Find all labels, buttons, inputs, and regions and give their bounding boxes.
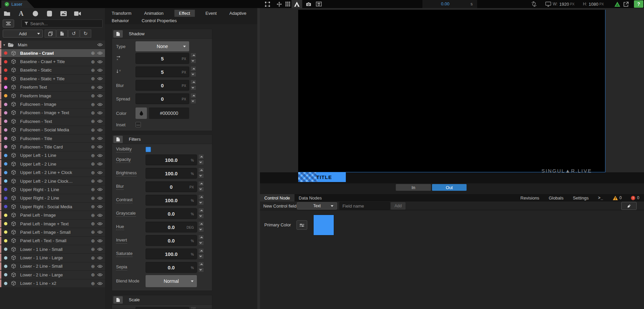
out-button[interactable]: Out — [432, 184, 467, 191]
tab-control-properties[interactable]: Control Properties — [140, 17, 179, 24]
camera-icon[interactable] — [305, 0, 313, 8]
layer-row[interactable]: Fullscreen - Text ⊕ — [0, 117, 105, 126]
add-instance-icon[interactable]: ⊕ — [91, 170, 95, 175]
field-type-dropdown[interactable]: Text — [297, 202, 337, 210]
value-spinner[interactable] — [191, 53, 196, 63]
spin-up-icon[interactable] — [198, 221, 204, 226]
add-instance-icon[interactable]: ⊕ — [91, 119, 95, 124]
spin-down-icon[interactable] — [191, 58, 196, 63]
layer-row[interactable]: Upper Left - 1 Line ⊕ — [0, 151, 105, 160]
value-spinner[interactable] — [198, 154, 204, 165]
spin-up-icon[interactable] — [198, 154, 204, 159]
visibility-eye-icon[interactable] — [97, 60, 103, 63]
spin-down-icon[interactable] — [198, 227, 204, 232]
visibility-eye-icon[interactable] — [97, 86, 103, 89]
number-input[interactable]: 0 PX — [136, 93, 189, 104]
copy-style-icon[interactable] — [113, 296, 123, 304]
lower-third-title-graphic[interactable]: TITLE — [298, 172, 346, 182]
number-input[interactable]: 100.0 % — [146, 195, 197, 206]
add-instance-icon[interactable]: ⊕ — [91, 161, 95, 167]
add-instance-icon[interactable]: ⊕ — [91, 93, 95, 98]
visibility-eye-icon[interactable] — [97, 171, 103, 174]
layer-row[interactable]: Baseline - Crawl ⊕ — [0, 49, 105, 57]
tab-adaptive[interactable]: Adaptive — [227, 10, 249, 17]
visibility-eye-icon[interactable] — [97, 282, 103, 285]
duplicate-button[interactable] — [45, 30, 56, 38]
layer-row[interactable]: Lower - 1 Line - Large ⊕ — [0, 254, 105, 262]
visibility-eye-icon[interactable] — [97, 145, 103, 148]
visibility-eye-icon[interactable] — [97, 239, 103, 242]
spin-down-icon[interactable] — [198, 267, 204, 272]
layer-row[interactable]: Fullscreen - Image + Text ⊕ — [0, 109, 105, 117]
redo-button[interactable]: ↻ — [80, 30, 91, 38]
number-input[interactable]: 0.0 DEG — [146, 222, 197, 232]
spin-up-icon[interactable] — [191, 80, 196, 85]
add-instance-icon[interactable]: ⊕ — [91, 204, 95, 209]
list-view-button[interactable] — [3, 19, 14, 28]
spin-up-icon[interactable] — [198, 235, 204, 240]
layer-row[interactable]: Fullscreen - Social Media ⊕ — [0, 126, 105, 134]
number-input[interactable]: 0.0 % — [146, 262, 197, 273]
image-tool-icon[interactable] — [56, 11, 70, 16]
layer-row[interactable]: Lower - 1 Line - Small ⊕ — [0, 245, 105, 254]
number-input[interactable]: 100.0 % — [146, 154, 197, 165]
value-spinner[interactable] — [198, 262, 204, 272]
layer-row[interactable]: Baseline - Crawl + Title ⊕ — [0, 57, 105, 66]
layer-row[interactable]: Fullscreen - Image ⊕ — [0, 100, 105, 108]
visibility-eye-icon[interactable] — [97, 205, 103, 208]
rectangle-tool-icon[interactable] — [42, 11, 56, 16]
add-instance-icon[interactable]: ⊕ — [91, 50, 95, 56]
add-instance-icon[interactable]: ⊕ — [91, 272, 95, 277]
value-spinner[interactable] — [198, 181, 204, 192]
spin-up-icon[interactable] — [191, 93, 196, 98]
add-instance-icon[interactable]: ⊕ — [91, 102, 95, 107]
number-input[interactable]: 5 PX — [136, 67, 189, 77]
tab-control-node[interactable]: Control Node — [260, 194, 294, 202]
open-external-icon[interactable] — [622, 0, 630, 8]
inset-checkbox[interactable]: — — [136, 122, 141, 127]
warnings-badge[interactable]: 0 — [613, 195, 622, 200]
add-instance-icon[interactable]: ⊕ — [91, 229, 95, 235]
rotate-canvas-icon[interactable] — [530, 0, 538, 8]
timer-input[interactable]: 0.00 s — [422, 0, 478, 8]
undo-button[interactable]: ↺ — [68, 30, 79, 38]
spin-up-icon[interactable] — [198, 168, 204, 173]
layer-row[interactable]: Upper Left - 2 Line Clock… ⊕ — [0, 177, 105, 185]
visibility-eye-icon[interactable] — [97, 214, 103, 217]
number-input[interactable]: 0.0 % — [146, 208, 197, 219]
spin-down-icon[interactable] — [198, 240, 204, 246]
primary-color-swatch[interactable] — [313, 215, 334, 235]
spin-down-icon[interactable] — [198, 200, 204, 205]
number-input[interactable]: 0 PX — [146, 181, 197, 192]
visibility-eye-icon[interactable] — [97, 77, 103, 80]
add-instance-icon[interactable]: ⊕ — [91, 68, 95, 73]
move-tool-icon[interactable] — [275, 0, 283, 8]
globals-link[interactable]: Globals — [549, 195, 564, 201]
value-spinner[interactable] — [198, 235, 204, 246]
spin-up-icon[interactable] — [191, 66, 196, 71]
add-instance-icon[interactable]: ⊕ — [91, 195, 95, 201]
visibility-eye-icon[interactable] — [97, 111, 103, 115]
layer-row[interactable]: Freeform Image ⊕ — [0, 92, 105, 100]
paste-button[interactable] — [56, 30, 68, 38]
spin-down-icon[interactable] — [198, 173, 204, 178]
layer-row[interactable]: Lower - 1 Line - x2 ⊕ — [0, 279, 105, 288]
layer-row[interactable]: Baseline - Static ⊕ — [0, 66, 105, 75]
project-tab[interactable]: ✓ Laser — [1, 0, 34, 8]
visibility-checkbox[interactable] — [146, 147, 151, 152]
spin-up-icon[interactable] — [191, 307, 196, 309]
visibility-eye-icon[interactable] — [97, 137, 103, 140]
layer-row[interactable]: Lower - 2 Line - Small ⊕ — [0, 262, 105, 271]
layer-row[interactable]: Panel Left - Text - Small ⊕ — [0, 237, 105, 245]
layer-row[interactable]: Upper Right - 1 Line ⊕ — [0, 185, 105, 194]
add-instance-icon[interactable]: ⊕ — [91, 110, 95, 116]
spin-down-icon[interactable] — [198, 254, 204, 259]
spin-down-icon[interactable] — [198, 160, 204, 165]
value-spinner[interactable] — [191, 80, 196, 90]
visibility-eye-icon[interactable] — [97, 248, 103, 251]
add-instance-icon[interactable]: ⊕ — [91, 247, 95, 252]
layer-row[interactable]: Fullscreen - Title Card ⊕ — [0, 143, 105, 151]
search-input[interactable] — [30, 21, 94, 26]
visibility-eye-icon[interactable] — [97, 154, 103, 157]
layer-row[interactable]: Upper Left - 2 Line ⊕ — [0, 160, 105, 168]
